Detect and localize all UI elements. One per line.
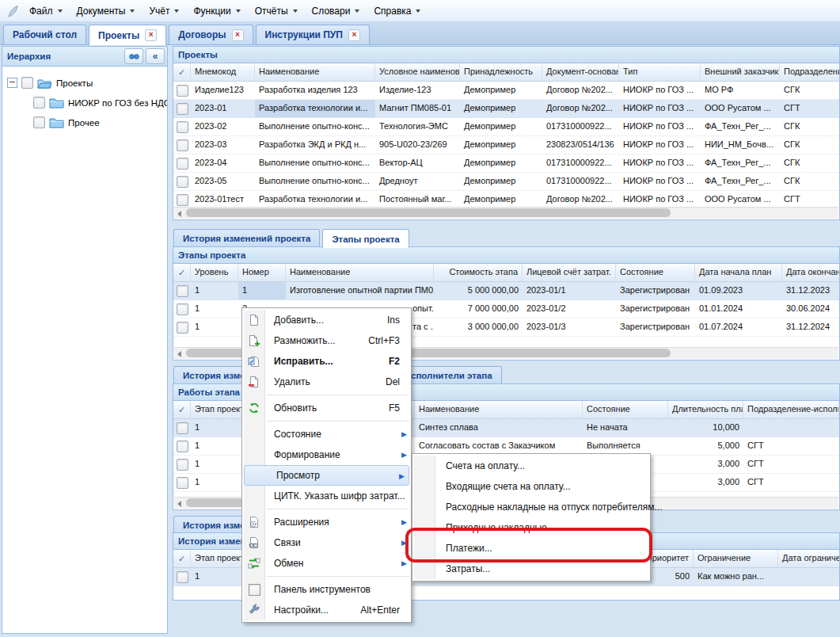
row-checkbox[interactable]	[177, 441, 188, 452]
tree-item[interactable]: Проекты	[2, 73, 167, 93]
tree-item[interactable]: НИОКР по ГОЗ без НДС	[2, 93, 167, 113]
table-row[interactable]: 11Изготовление опытной партии ПМ0...5 00…	[173, 282, 839, 300]
menu-item[interactable]: Просмотр▶	[244, 465, 409, 486]
column-header[interactable]: Лицевой счёт затрат.	[523, 264, 616, 281]
menubar-item[interactable]: Файл	[22, 3, 70, 19]
tab[interactable]: Договоры×	[169, 25, 253, 44]
row-checkbox[interactable]	[177, 139, 188, 151]
tab-close-icon[interactable]: ×	[348, 29, 360, 41]
table-row[interactable]: Изделие123Разработка изделия 123Изделие-…	[173, 82, 839, 100]
menubar-item[interactable]: Справка	[367, 3, 428, 19]
table-cell: Разработка ЭКД и РКД н...	[255, 136, 375, 154]
binoculars-icon[interactable]	[124, 48, 143, 64]
column-header[interactable]: Принадлежность	[460, 63, 542, 81]
column-header[interactable]: Наименование	[255, 63, 375, 81]
column-header[interactable]: Стоимость этапа	[434, 264, 523, 281]
scroll-left-icon[interactable]	[177, 501, 181, 507]
select-all-header[interactable]: ✓	[173, 264, 191, 281]
menu-item[interactable]: Счета на оплату...	[412, 456, 650, 476]
column-header[interactable]: Тип	[619, 63, 701, 81]
select-all-header[interactable]: ✓	[173, 63, 191, 81]
menu-item[interactable]: Состояние▶	[242, 424, 411, 444]
menu-item[interactable]: Панель инструментов	[242, 579, 411, 600]
wrench-icon	[244, 604, 264, 616]
column-header[interactable]: Мнемокод	[191, 63, 255, 81]
row-checkbox[interactable]	[177, 194, 188, 206]
tab[interactable]: Инструкции ПУП×	[256, 25, 370, 44]
menu-item[interactable]: ОбновитьF5	[242, 398, 411, 418]
column-header[interactable]: Состояние	[583, 401, 668, 418]
row-checkbox[interactable]	[177, 85, 188, 97]
collapse-expander-icon[interactable]	[7, 78, 17, 88]
row-checkbox[interactable]	[177, 303, 188, 315]
select-all-header[interactable]: ✓	[173, 401, 191, 418]
column-header[interactable]: Наименование	[415, 401, 583, 418]
column-header[interactable]: Дата начала план	[695, 264, 782, 281]
row-checkbox[interactable]	[177, 422, 188, 434]
menu-item[interactable]: Расширения▶	[242, 512, 411, 532]
scroll-left-icon[interactable]	[177, 211, 181, 217]
row-checkbox[interactable]	[177, 121, 188, 133]
select-all-header[interactable]: ✓	[173, 550, 191, 567]
row-checkbox[interactable]	[177, 176, 188, 188]
tree-checkbox[interactable]	[21, 77, 33, 89]
tree-checkbox[interactable]	[33, 116, 45, 128]
collapse-left-icon[interactable]: «	[146, 48, 165, 64]
tab[interactable]: Проекты×	[89, 25, 166, 45]
menubar-item[interactable]: Словари	[305, 3, 367, 19]
menu-item[interactable]: Входящие счета на оплату...	[412, 476, 650, 497]
column-header[interactable]: Документ-основание	[542, 63, 619, 81]
column-header[interactable]: Подразделение-исполнитель	[743, 401, 839, 418]
menu-item[interactable]: Расходные накладные на отпуск потребител…	[412, 497, 650, 517]
menu-item[interactable]: УдалитьDel	[242, 372, 411, 392]
table-row[interactable]: 2023-04Выполнение опытно-конс...Вектор-А…	[173, 154, 839, 173]
column-header[interactable]: Подразделение	[780, 63, 840, 81]
menu-item[interactable]: Размножить...Ctrl+F3	[242, 330, 411, 351]
menubar-item[interactable]: Функции	[186, 3, 247, 19]
row-checkbox[interactable]	[177, 477, 188, 489]
tab-close-icon[interactable]: ×	[232, 29, 244, 41]
column-header[interactable]: Длительность план▼	[668, 401, 743, 418]
row-checkbox[interactable]	[177, 571, 188, 583]
tab[interactable]: Этапы проекта	[322, 229, 409, 248]
column-header[interactable]: Состояние	[616, 264, 695, 281]
menubar-item[interactable]: Отчёты	[248, 3, 305, 19]
column-header[interactable]: Дата окончания	[782, 264, 840, 281]
scrollbar-thumb[interactable]	[186, 208, 671, 217]
column-header-label: Мнемокод	[195, 67, 236, 76]
row-checkbox[interactable]	[177, 158, 188, 170]
table-row[interactable]: 2023-05Выполнение опытно-конс...Дредноут…	[173, 173, 839, 191]
column-header[interactable]: Дата ограничения	[778, 550, 840, 567]
menu-item[interactable]: Обмен▶	[242, 553, 411, 574]
table-row[interactable]: 2023-03Разработка ЭКД и РКД н...905-U020…	[173, 136, 839, 154]
menu-item[interactable]: Настройки...Alt+Enter	[242, 600, 411, 620]
column-header[interactable]: Уровень	[191, 264, 238, 281]
column-header[interactable]: Внешний заказчик	[701, 63, 780, 81]
menubar-item[interactable]: Документы	[70, 3, 143, 19]
row-checkbox[interactable]	[177, 459, 188, 471]
table-cell: Вектор-АЦ	[375, 154, 460, 172]
column-header[interactable]: Ограничение	[694, 550, 778, 567]
column-header[interactable]: Наименование	[286, 264, 434, 281]
menu-item[interactable]: Исправить...F2	[242, 351, 411, 372]
column-header[interactable]: Условное наименование	[375, 63, 460, 81]
tree-item[interactable]: Прочее	[2, 113, 167, 132]
tab[interactable]: Рабочий стол	[3, 25, 86, 44]
menubar-item[interactable]: Учёт	[142, 3, 186, 19]
column-header-label: Наименование	[290, 267, 350, 277]
column-header[interactable]: Номер	[238, 264, 286, 281]
menu-item[interactable]: Добавить...Ins	[242, 310, 411, 330]
menu-item[interactable]: Формирование▶	[242, 444, 411, 465]
horizontal-scrollbar[interactable]	[174, 207, 838, 219]
row-checkbox[interactable]	[177, 322, 188, 334]
row-checkbox[interactable]	[177, 103, 188, 115]
menu-item[interactable]: ЦИТК. Указать шифр затрат...	[242, 486, 411, 506]
scroll-left-icon[interactable]	[177, 351, 181, 357]
table-row[interactable]: 2023-02Выполнение опытно-конс...Технолог…	[173, 118, 839, 136]
row-checkbox[interactable]	[177, 285, 188, 297]
tab[interactable]: История изменений проекта	[173, 229, 320, 247]
menu-item[interactable]: Связи▶	[242, 532, 411, 553]
tree-checkbox[interactable]	[33, 97, 45, 109]
table-row[interactable]: 2023-01Разработка технологии и...Магнит …	[173, 100, 839, 118]
tab-close-icon[interactable]: ×	[145, 29, 157, 41]
